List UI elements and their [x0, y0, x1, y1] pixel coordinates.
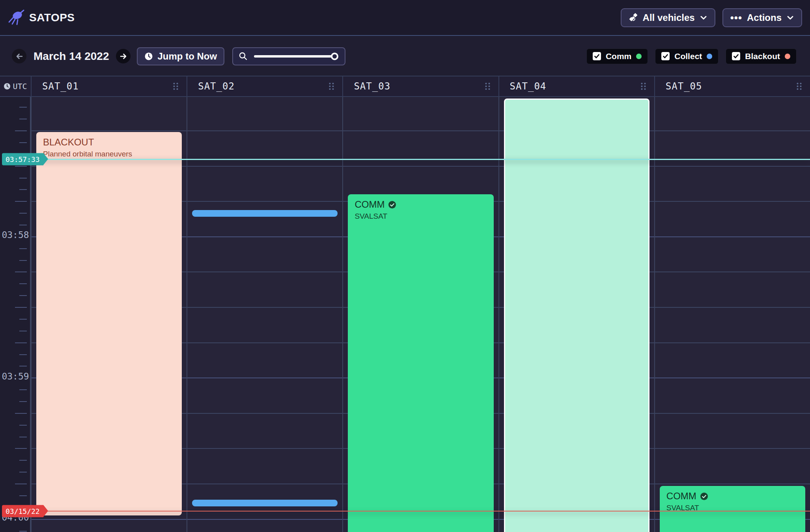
- tick-mark: [19, 495, 27, 496]
- column-header-label: SAT_02: [198, 81, 235, 92]
- filter-label: Blackout: [745, 52, 780, 61]
- filter-label: Collect: [674, 52, 702, 61]
- drag-handle-icon[interactable]: [639, 80, 648, 92]
- day-boundary-line: [31, 511, 810, 512]
- tick-mark: [15, 448, 27, 449]
- tick-mark: [19, 189, 27, 190]
- checkbox-checked-icon: [661, 52, 670, 60]
- filter-collect-button[interactable]: Collect: [655, 48, 719, 64]
- column-header-label: SAT_01: [42, 81, 79, 92]
- satellite-icon: [629, 13, 638, 22]
- column-header-sat_03: SAT_03: [342, 76, 498, 96]
- verified-check-icon: [388, 201, 396, 209]
- tick-mark: [15, 201, 27, 202]
- drag-handle-icon[interactable]: [795, 80, 804, 92]
- event-title: BLACKOUT: [43, 137, 175, 148]
- column-header-label: SAT_04: [510, 81, 547, 92]
- chevron-down-icon: [786, 14, 794, 22]
- event-sat5-comm[interactable]: COMMSVALSAT: [660, 486, 805, 532]
- event-title: COMM: [666, 491, 696, 502]
- column-header-label: SAT_03: [354, 81, 390, 92]
- chevron-down-icon: [700, 14, 707, 22]
- brand: SATOPS: [8, 9, 75, 26]
- utc-header: UTC: [0, 76, 31, 96]
- tick-mark: [19, 213, 27, 214]
- utc-clock-icon: [4, 83, 11, 90]
- column-sat_03: COMMSVALSAT: [342, 97, 498, 532]
- column-header-sat_02: SAT_02: [187, 76, 342, 96]
- tick-mark: [19, 283, 27, 284]
- tick-mark: [19, 354, 27, 355]
- collect-color-dot: [707, 54, 712, 59]
- event-sat1-blackout[interactable]: BLACKOUTPlanned orbital maneuvers: [36, 132, 182, 515]
- clock-icon: [144, 52, 153, 61]
- filter-blackout-button[interactable]: Blackout: [726, 48, 797, 64]
- tick-mark: [19, 107, 27, 108]
- tick-mark: [19, 142, 27, 143]
- tick-mark: [19, 425, 27, 426]
- arrow-right-icon: [119, 52, 128, 61]
- tick-mark: [15, 130, 27, 131]
- column-sat_02: [187, 97, 342, 532]
- drag-handle-icon[interactable]: [171, 80, 180, 92]
- satellite-logo-icon: [8, 9, 25, 26]
- app-title: SATOPS: [29, 11, 75, 24]
- event-type-filters: CommCollectBlackout: [586, 48, 797, 64]
- current-time-text: 03:57:33: [6, 155, 40, 164]
- actions-dropdown[interactable]: ••• Actions: [722, 8, 802, 27]
- event-subtitle: Planned orbital maneuvers: [43, 150, 175, 158]
- blackout-color-dot: [785, 54, 790, 59]
- event-sat4-comm[interactable]: [504, 99, 649, 532]
- current-time-badge: 03:57:33: [2, 153, 43, 166]
- tick-mark: [19, 472, 27, 472]
- filter-comm-button[interactable]: Comm: [586, 48, 648, 64]
- drag-handle-icon[interactable]: [483, 80, 492, 92]
- column-header-sat_04: SAT_04: [498, 76, 654, 96]
- search-icon: [239, 52, 248, 61]
- tick-mark: [15, 413, 27, 414]
- timeline-zoom-control[interactable]: [232, 47, 345, 65]
- event-title-row: COMM: [355, 199, 487, 210]
- topbar-actions: All vehicles ••• Actions: [621, 8, 802, 27]
- drag-handle-icon[interactable]: [327, 80, 336, 92]
- verified-check-icon: [700, 492, 708, 500]
- column-sat_04: [498, 97, 654, 532]
- comm-color-dot: [636, 54, 642, 59]
- actions-label: Actions: [747, 12, 782, 23]
- tick-mark: [19, 248, 27, 249]
- tick-mark: [19, 531, 27, 532]
- timeline-toolbar: March 14 2022 Jump to Now CommCollectBla…: [0, 37, 810, 76]
- column-header-label: SAT_05: [666, 81, 702, 92]
- filter-label: Comm: [606, 52, 631, 61]
- arrow-left-icon: [15, 52, 24, 61]
- tick-mark: [15, 166, 27, 167]
- satops-app: SATOPS All vehicles ••• Ac: [0, 0, 810, 532]
- all-vehicles-label: All vehicles: [643, 12, 695, 23]
- event-sat2-collect-1[interactable]: [192, 210, 338, 217]
- utc-label: UTC: [13, 82, 27, 91]
- column-sat_01: BLACKOUTPlanned orbital maneuvers: [31, 97, 187, 532]
- top-bar: SATOPS All vehicles ••• Ac: [0, 0, 810, 36]
- tick-mark: [15, 342, 27, 343]
- tick-mark: [19, 319, 27, 320]
- event-sat2-collect-2[interactable]: [192, 500, 338, 506]
- next-day-button[interactable]: [116, 49, 131, 63]
- zoom-slider-knob[interactable]: [331, 52, 338, 60]
- all-vehicles-dropdown[interactable]: All vehicles: [621, 8, 715, 27]
- jump-to-now-button[interactable]: Jump to Now: [137, 47, 224, 65]
- day-boundary-text: 03/15/22: [6, 507, 40, 515]
- zoom-slider-track[interactable]: [254, 55, 337, 58]
- tick-mark: [19, 331, 27, 331]
- tick-mark: [19, 389, 27, 390]
- event-title: COMM: [355, 199, 384, 210]
- event-sat3-comm[interactable]: COMMSVALSAT: [348, 194, 493, 532]
- event-title-row: COMM: [666, 491, 799, 502]
- column-sat_05: COMMSVALSAT: [654, 97, 810, 532]
- column-header-row: UTC SAT_01SAT_02SAT_03SAT_04SAT_05: [0, 76, 810, 97]
- tick-mark: [19, 401, 27, 402]
- jump-to-now-label: Jump to Now: [157, 51, 217, 62]
- previous-day-button[interactable]: [12, 49, 26, 63]
- timeline-body: BLACKOUTPlanned orbital maneuversCOMMSVA…: [0, 97, 810, 532]
- ellipsis-icon: •••: [730, 16, 742, 20]
- tick-mark: [19, 366, 27, 366]
